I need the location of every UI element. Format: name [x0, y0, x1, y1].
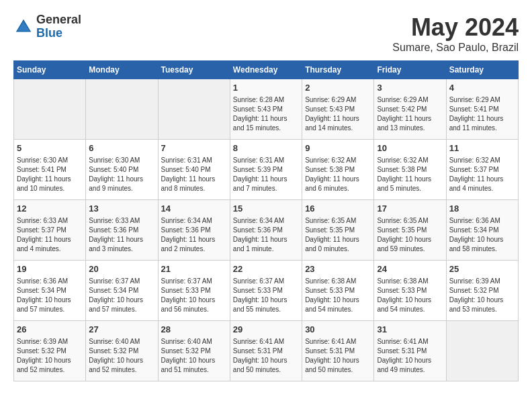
- weekday-header-monday: Monday: [86, 61, 158, 79]
- day-info: Sunrise: 6:32 AM Sunset: 5:38 PM Dayligh…: [377, 156, 443, 193]
- day-info: Sunrise: 6:29 AM Sunset: 5:43 PM Dayligh…: [305, 95, 371, 133]
- day-number: 17: [377, 203, 443, 215]
- calendar-cell: 17Sunrise: 6:35 AM Sunset: 5:35 PM Dayli…: [374, 200, 446, 261]
- day-info: Sunrise: 6:35 AM Sunset: 5:35 PM Dayligh…: [305, 216, 371, 254]
- day-info: Sunrise: 6:29 AM Sunset: 5:41 PM Dayligh…: [449, 95, 515, 133]
- day-number: 4: [449, 82, 515, 94]
- page-header: General Blue May 2024 Sumare, Sao Paulo,…: [13, 13, 519, 54]
- calendar-week-5: 26Sunrise: 6:39 AM Sunset: 5:32 PM Dayli…: [14, 321, 519, 381]
- logo: General Blue: [13, 13, 81, 40]
- calendar-cell: 27Sunrise: 6:40 AM Sunset: 5:32 PM Dayli…: [86, 321, 158, 381]
- day-number: 2: [305, 82, 371, 94]
- calendar-cell: 22Sunrise: 6:37 AM Sunset: 5:33 PM Dayli…: [230, 261, 302, 321]
- day-info: Sunrise: 6:32 AM Sunset: 5:38 PM Dayligh…: [305, 156, 371, 193]
- day-number: 29: [233, 324, 299, 336]
- day-number: 14: [161, 203, 227, 215]
- weekday-header-sunday: Sunday: [14, 61, 86, 79]
- day-number: 18: [449, 203, 515, 215]
- day-info: Sunrise: 6:41 AM Sunset: 5:31 PM Dayligh…: [377, 337, 443, 375]
- logo-icon: [13, 17, 34, 37]
- calendar-cell: 20Sunrise: 6:37 AM Sunset: 5:34 PM Dayli…: [86, 261, 158, 321]
- calendar-cell: [86, 79, 158, 140]
- day-info: Sunrise: 6:29 AM Sunset: 5:42 PM Dayligh…: [377, 95, 443, 133]
- day-info: Sunrise: 6:37 AM Sunset: 5:34 PM Dayligh…: [89, 277, 154, 314]
- day-info: Sunrise: 6:38 AM Sunset: 5:33 PM Dayligh…: [305, 277, 371, 314]
- calendar-cell: 25Sunrise: 6:39 AM Sunset: 5:32 PM Dayli…: [446, 261, 518, 321]
- calendar-cell: 13Sunrise: 6:33 AM Sunset: 5:36 PM Dayli…: [86, 200, 158, 261]
- calendar-subtitle: Sumare, Sao Paulo, Brazil: [392, 42, 519, 54]
- day-number: 23: [305, 263, 371, 275]
- calendar-cell: 3Sunrise: 6:29 AM Sunset: 5:42 PM Daylig…: [374, 79, 446, 140]
- day-number: 30: [305, 324, 371, 336]
- calendar-week-3: 12Sunrise: 6:33 AM Sunset: 5:37 PM Dayli…: [14, 200, 519, 261]
- calendar-cell: 14Sunrise: 6:34 AM Sunset: 5:36 PM Dayli…: [158, 200, 230, 261]
- day-info: Sunrise: 6:31 AM Sunset: 5:40 PM Dayligh…: [161, 156, 227, 193]
- day-info: Sunrise: 6:39 AM Sunset: 5:32 PM Dayligh…: [17, 337, 83, 375]
- day-info: Sunrise: 6:36 AM Sunset: 5:34 PM Dayligh…: [449, 216, 515, 254]
- logo-blue-text: Blue: [36, 27, 81, 40]
- calendar-cell: 5Sunrise: 6:30 AM Sunset: 5:41 PM Daylig…: [14, 140, 86, 200]
- day-number: 3: [377, 82, 443, 94]
- day-number: 22: [233, 263, 299, 275]
- day-number: 10: [377, 142, 443, 154]
- day-info: Sunrise: 6:38 AM Sunset: 5:33 PM Dayligh…: [377, 277, 443, 314]
- calendar-cell: 8Sunrise: 6:31 AM Sunset: 5:39 PM Daylig…: [230, 140, 302, 200]
- calendar-cell: 28Sunrise: 6:40 AM Sunset: 5:32 PM Dayli…: [158, 321, 230, 381]
- day-number: 20: [89, 263, 154, 275]
- day-number: 13: [89, 203, 154, 215]
- weekday-header-thursday: Thursday: [302, 61, 374, 79]
- calendar-cell: 26Sunrise: 6:39 AM Sunset: 5:32 PM Dayli…: [14, 321, 86, 381]
- day-number: 8: [233, 142, 299, 154]
- calendar-cell: 10Sunrise: 6:32 AM Sunset: 5:38 PM Dayli…: [374, 140, 446, 200]
- day-info: Sunrise: 6:39 AM Sunset: 5:32 PM Dayligh…: [449, 277, 515, 314]
- calendar-title: May 2024: [392, 13, 519, 42]
- day-info: Sunrise: 6:41 AM Sunset: 5:31 PM Dayligh…: [233, 337, 299, 375]
- day-info: Sunrise: 6:33 AM Sunset: 5:37 PM Dayligh…: [17, 216, 83, 254]
- day-info: Sunrise: 6:31 AM Sunset: 5:39 PM Dayligh…: [233, 156, 299, 193]
- day-info: Sunrise: 6:32 AM Sunset: 5:37 PM Dayligh…: [449, 156, 515, 193]
- weekday-header-wednesday: Wednesday: [230, 61, 302, 79]
- calendar-cell: 15Sunrise: 6:34 AM Sunset: 5:36 PM Dayli…: [230, 200, 302, 261]
- day-number: 27: [89, 324, 154, 336]
- calendar-cell: 4Sunrise: 6:29 AM Sunset: 5:41 PM Daylig…: [446, 79, 518, 140]
- day-number: 6: [89, 142, 154, 154]
- day-number: 7: [161, 142, 227, 154]
- calendar-cell: [446, 321, 518, 381]
- calendar-week-2: 5Sunrise: 6:30 AM Sunset: 5:41 PM Daylig…: [14, 140, 519, 200]
- day-info: Sunrise: 6:30 AM Sunset: 5:40 PM Dayligh…: [89, 156, 154, 193]
- day-number: 21: [161, 263, 227, 275]
- day-info: Sunrise: 6:41 AM Sunset: 5:31 PM Dayligh…: [305, 337, 371, 375]
- day-info: Sunrise: 6:30 AM Sunset: 5:41 PM Dayligh…: [17, 156, 83, 193]
- calendar-cell: 23Sunrise: 6:38 AM Sunset: 5:33 PM Dayli…: [302, 261, 374, 321]
- day-number: 16: [305, 203, 371, 215]
- calendar-cell: 18Sunrise: 6:36 AM Sunset: 5:34 PM Dayli…: [446, 200, 518, 261]
- day-number: 9: [305, 142, 371, 154]
- day-number: 1: [233, 82, 299, 94]
- calendar-cell: 7Sunrise: 6:31 AM Sunset: 5:40 PM Daylig…: [158, 140, 230, 200]
- calendar-cell: 19Sunrise: 6:36 AM Sunset: 5:34 PM Dayli…: [14, 261, 86, 321]
- day-number: 31: [377, 324, 443, 336]
- weekday-header-friday: Friday: [374, 61, 446, 79]
- day-info: Sunrise: 6:37 AM Sunset: 5:33 PM Dayligh…: [233, 277, 299, 314]
- calendar-cell: 24Sunrise: 6:38 AM Sunset: 5:33 PM Dayli…: [374, 261, 446, 321]
- logo-text: General Blue: [36, 13, 81, 40]
- day-info: Sunrise: 6:35 AM Sunset: 5:35 PM Dayligh…: [377, 216, 443, 254]
- day-info: Sunrise: 6:34 AM Sunset: 5:36 PM Dayligh…: [233, 216, 299, 254]
- day-number: 26: [17, 324, 83, 336]
- day-number: 11: [449, 142, 515, 154]
- calendar-cell: 16Sunrise: 6:35 AM Sunset: 5:35 PM Dayli…: [302, 200, 374, 261]
- weekday-header-tuesday: Tuesday: [158, 61, 230, 79]
- calendar-cell: 29Sunrise: 6:41 AM Sunset: 5:31 PM Dayli…: [230, 321, 302, 381]
- day-number: 15: [233, 203, 299, 215]
- day-number: 19: [17, 263, 83, 275]
- calendar-cell: 6Sunrise: 6:30 AM Sunset: 5:40 PM Daylig…: [86, 140, 158, 200]
- calendar-week-1: 1Sunrise: 6:28 AM Sunset: 5:43 PM Daylig…: [14, 79, 519, 140]
- calendar-body: 1Sunrise: 6:28 AM Sunset: 5:43 PM Daylig…: [14, 79, 519, 381]
- day-number: 5: [17, 142, 83, 154]
- calendar-cell: 30Sunrise: 6:41 AM Sunset: 5:31 PM Dayli…: [302, 321, 374, 381]
- day-info: Sunrise: 6:34 AM Sunset: 5:36 PM Dayligh…: [161, 216, 227, 254]
- day-info: Sunrise: 6:37 AM Sunset: 5:33 PM Dayligh…: [161, 277, 227, 314]
- day-info: Sunrise: 6:33 AM Sunset: 5:36 PM Dayligh…: [89, 216, 154, 254]
- calendar-cell: 1Sunrise: 6:28 AM Sunset: 5:43 PM Daylig…: [230, 79, 302, 140]
- calendar-week-4: 19Sunrise: 6:36 AM Sunset: 5:34 PM Dayli…: [14, 261, 519, 321]
